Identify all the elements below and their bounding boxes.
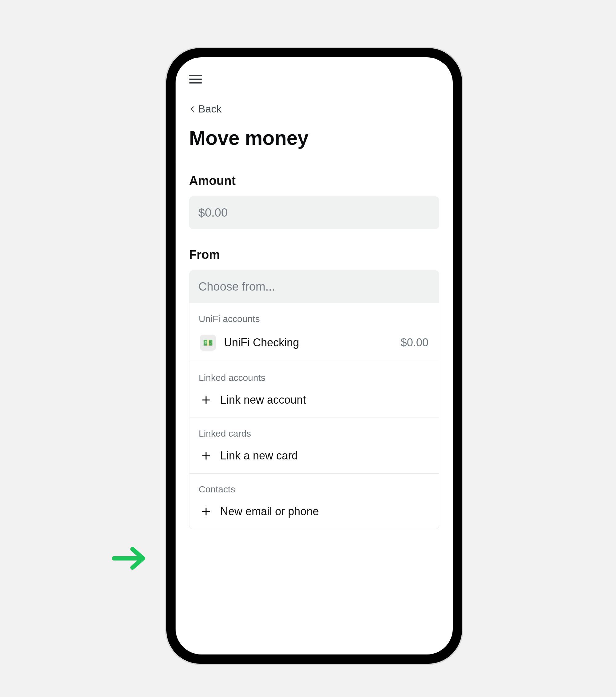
amount-input[interactable] [189, 196, 439, 229]
amount-section: Amount [176, 162, 453, 233]
from-dropdown: UniFi accounts 💵 UniFi Checking $0.00 Li… [189, 303, 439, 529]
item-label: UniFi Checking [224, 336, 299, 349]
group-linked-accounts: Linked accounts Link new account [190, 362, 439, 417]
from-input[interactable] [189, 270, 439, 303]
chevron-left-icon [189, 103, 196, 115]
item-label: New email or phone [220, 505, 319, 518]
back-button[interactable]: Back [189, 103, 222, 115]
subheader: Back [176, 91, 453, 119]
item-link-new-account[interactable]: Link new account [199, 392, 430, 408]
topbar [176, 57, 453, 91]
group-title: Linked accounts [199, 372, 430, 383]
item-new-email-phone[interactable]: New email or phone [199, 503, 430, 520]
group-title: UniFi accounts [199, 314, 430, 324]
item-label: Link new account [220, 394, 306, 406]
group-linked-cards: Linked cards Link a new card [190, 417, 439, 473]
annotation-arrow-icon [111, 543, 148, 574]
from-section: From UniFi accounts 💵 UniFi Checking $0.… [176, 233, 453, 533]
menu-icon[interactable] [189, 73, 202, 86]
phone-frame: Back Move money Amount From UniFi accoun… [166, 48, 462, 664]
plus-icon [200, 394, 212, 406]
from-label: From [189, 248, 439, 262]
group-unifi-accounts: UniFi accounts 💵 UniFi Checking $0.00 [190, 303, 439, 362]
phone-screen: Back Move money Amount From UniFi accoun… [176, 57, 453, 654]
item-link-new-card[interactable]: Link a new card [199, 447, 430, 464]
page-title: Move money [176, 119, 453, 162]
back-label: Back [198, 103, 222, 115]
plus-icon [200, 505, 212, 518]
group-title: Contacts [199, 484, 430, 494]
group-title: Linked cards [199, 428, 430, 439]
amount-label: Amount [189, 174, 439, 188]
money-icon: 💵 [200, 335, 216, 351]
item-amount: $0.00 [401, 336, 429, 349]
plus-icon [200, 449, 212, 462]
item-unifi-checking[interactable]: 💵 UniFi Checking $0.00 [199, 333, 430, 353]
item-label: Link a new card [220, 449, 298, 462]
group-contacts: Contacts New email or phone [190, 473, 439, 529]
